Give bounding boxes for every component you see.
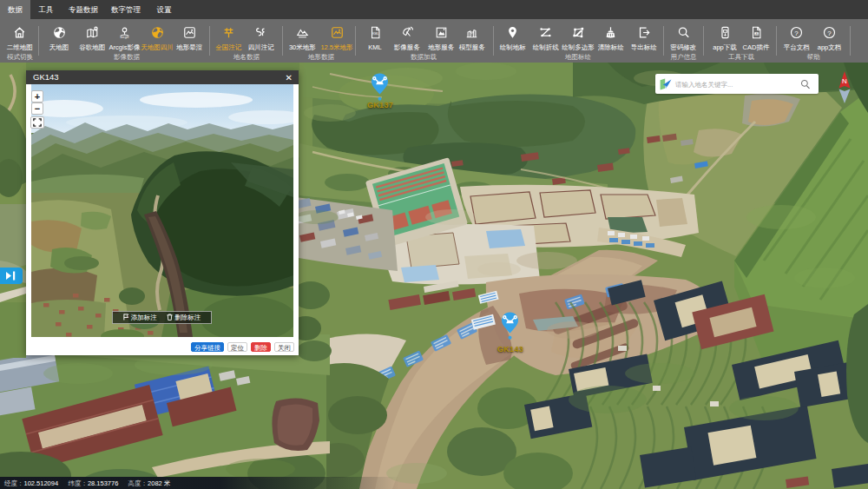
svg-text:?: ? (827, 30, 832, 37)
svg-text:N: N (842, 77, 847, 85)
svg-text:arcgis: arcgis (121, 36, 129, 39)
svg-text:CAD: CAD (753, 32, 759, 36)
svg-text:KML: KML (372, 32, 378, 36)
svg-text:?: ? (795, 30, 799, 37)
